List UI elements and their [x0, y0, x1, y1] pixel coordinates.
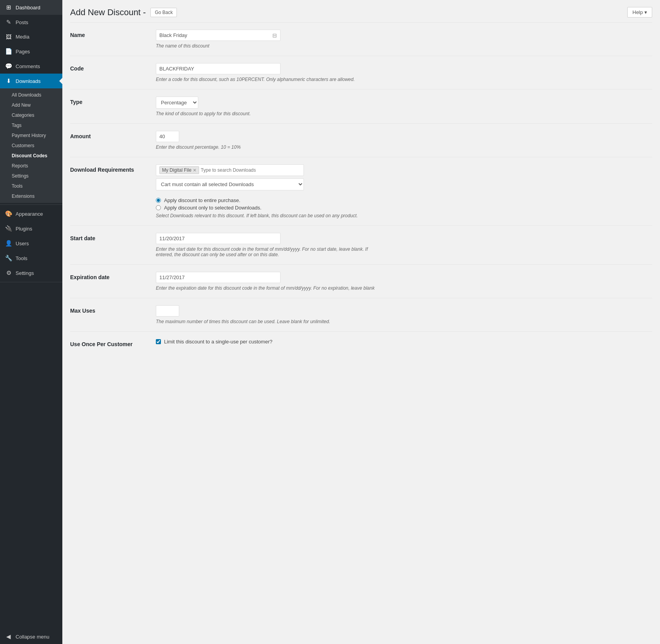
sidebar-item-pages[interactable]: 📄 Pages: [0, 44, 62, 59]
amount-hint: Enter the discount percentage. 10 = 10%: [156, 144, 382, 150]
submenu-settings[interactable]: Settings: [0, 171, 62, 181]
collapse-menu-button[interactable]: ◀ Collapse menu: [0, 629, 62, 644]
code-input[interactable]: [156, 63, 281, 74]
download-tag[interactable]: My Digital File ✕: [159, 166, 199, 174]
submenu-extensions[interactable]: Extensions: [0, 191, 62, 201]
submenu-all-downloads[interactable]: All Downloads: [0, 90, 62, 100]
submenu-reports[interactable]: Reports: [0, 161, 62, 171]
code-row: Code Enter a code for this discount, suc…: [70, 56, 652, 89]
amount-input[interactable]: [156, 131, 179, 142]
name-input-wrap[interactable]: ⊟: [156, 30, 281, 41]
type-hint: The kind of discount to apply for this d…: [156, 111, 382, 116]
radio-selected-input[interactable]: [156, 205, 161, 210]
submenu-add-new[interactable]: Add New: [0, 100, 62, 110]
radio-selected-label: Apply discount only to selected Download…: [164, 205, 261, 211]
max-uses-row: Max Uses The maximum number of times thi…: [70, 298, 652, 331]
sidebar-item-comments[interactable]: 💬 Comments: [0, 59, 62, 74]
go-back-button[interactable]: Go Back: [150, 8, 177, 17]
start-date-hint: Enter the start date for this discount c…: [156, 246, 382, 257]
sidebar-item-media[interactable]: 🖼 Media: [0, 30, 62, 44]
submenu-tools[interactable]: Tools: [0, 181, 62, 191]
cart-condition-select[interactable]: Cart must contain all selected Downloads…: [156, 178, 304, 190]
comments-icon: 💬: [5, 63, 12, 70]
start-date-input[interactable]: [156, 233, 281, 244]
expiration-input[interactable]: [156, 272, 281, 283]
type-row: Type Percentage Flat Amount The kind of …: [70, 89, 652, 123]
sidebar-item-label: Plugins: [16, 226, 32, 232]
plugins-icon: 🔌: [5, 225, 12, 232]
sidebar-item-label: Pages: [16, 49, 30, 55]
tag-close-icon[interactable]: ✕: [193, 168, 196, 173]
name-hint: The name of this discount: [156, 43, 382, 49]
type-select[interactable]: Percentage Flat Amount: [156, 97, 198, 109]
start-date-field: Enter the start date for this discount c…: [156, 233, 652, 257]
collapse-icon: ◀: [5, 633, 12, 640]
form-container: Name ⊟ The name of this discount Code En…: [62, 22, 660, 370]
submenu-discount-codes[interactable]: Discount Codes: [0, 151, 62, 161]
media-icon: 🖼: [5, 33, 12, 40]
download-req-field: My Digital File ✕ Cart must contain all …: [156, 164, 652, 218]
sidebar-item-plugins[interactable]: 🔌 Plugins: [0, 221, 62, 236]
sidebar-item-label: Users: [16, 241, 29, 246]
sidebar-item-dashboard[interactable]: ⊞ Dashboard: [0, 0, 62, 15]
users-icon: 👤: [5, 240, 12, 247]
code-label: Code: [70, 63, 156, 72]
dashboard-icon: ⊞: [5, 4, 12, 11]
sidebar-item-label: Posts: [16, 19, 28, 25]
amount-row: Amount Enter the discount percentage. 10…: [70, 123, 652, 157]
use-once-checkbox-wrap[interactable]: Limit this discount to a single-use per …: [156, 339, 652, 345]
main-content: Add New Discount - Go Back Help ▾ Name ⊟…: [62, 0, 660, 644]
radio-selected-downloads[interactable]: Apply discount only to selected Download…: [156, 205, 652, 211]
download-req-row: Download Requirements My Digital File ✕ …: [70, 157, 652, 225]
amount-field: Enter the discount percentage. 10 = 10%: [156, 131, 652, 150]
name-input[interactable]: [156, 30, 269, 40]
sidebar-divider: [0, 204, 62, 205]
settings-icon: ⚙: [5, 269, 12, 276]
download-hint: Select Downloads relevant to this discou…: [156, 213, 382, 218]
name-row: Name ⊟ The name of this discount: [70, 22, 652, 56]
submenu-customers[interactable]: Customers: [0, 141, 62, 151]
sidebar-item-settings[interactable]: ⚙ Settings: [0, 266, 62, 280]
sidebar-item-label: Media: [16, 34, 29, 40]
sidebar-item-appearance[interactable]: 🎨 Appearance: [0, 206, 62, 221]
sidebar-item-label: Settings: [16, 270, 34, 276]
sidebar-item-users[interactable]: 👤 Users: [0, 236, 62, 251]
sidebar-item-label: Tools: [16, 255, 27, 261]
download-search-tags[interactable]: My Digital File ✕: [156, 164, 304, 176]
appearance-icon: 🎨: [5, 210, 12, 217]
submenu-categories[interactable]: Categories: [0, 110, 62, 120]
sidebar-item-label: Dashboard: [16, 5, 41, 11]
submenu-payment-history[interactable]: Payment History: [0, 130, 62, 141]
sidebar-item-tools[interactable]: 🔧 Tools: [0, 251, 62, 266]
expiration-field: Enter the expiration date for this disco…: [156, 272, 652, 291]
max-uses-field: The maximum number of times this discoun…: [156, 305, 652, 324]
pages-icon: 📄: [5, 48, 12, 55]
sidebar-item-downloads[interactable]: ⬇ Downloads: [0, 74, 62, 88]
sidebar-item-label: Appearance: [16, 211, 43, 217]
help-button[interactable]: Help ▾: [627, 7, 652, 18]
use-once-checkbox[interactable]: [156, 339, 161, 344]
sidebar-item-label: Downloads: [16, 78, 41, 84]
max-uses-hint: The maximum number of times this discoun…: [156, 319, 382, 324]
radio-entire-input[interactable]: [156, 198, 161, 203]
name-field: ⊟ The name of this discount: [156, 30, 652, 49]
use-once-checkbox-label: Limit this discount to a single-use per …: [164, 339, 272, 345]
page-title: Add New Discount -: [70, 7, 146, 18]
tag-label: My Digital File: [162, 167, 191, 173]
radio-entire-label: Apply discount to entire purchase.: [164, 197, 240, 203]
sidebar-divider-2: [0, 282, 62, 282]
name-field-icon: ⊟: [269, 32, 280, 39]
tools-icon: 🔧: [5, 255, 12, 262]
max-uses-label: Max Uses: [70, 305, 156, 314]
code-field: Enter a code for this discount, such as …: [156, 63, 652, 82]
download-search-input[interactable]: [201, 167, 300, 173]
type-label: Type: [70, 97, 156, 105]
radio-entire-purchase[interactable]: Apply discount to entire purchase.: [156, 197, 652, 203]
download-req-label: Download Requirements: [70, 164, 156, 173]
start-date-label: Start date: [70, 233, 156, 241]
start-date-row: Start date Enter the start date for this…: [70, 225, 652, 264]
max-uses-input[interactable]: [156, 305, 179, 317]
sidebar-item-posts[interactable]: ✎ Posts: [0, 15, 62, 30]
use-once-label: Use Once Per Customer: [70, 339, 156, 347]
submenu-tags[interactable]: Tags: [0, 120, 62, 130]
